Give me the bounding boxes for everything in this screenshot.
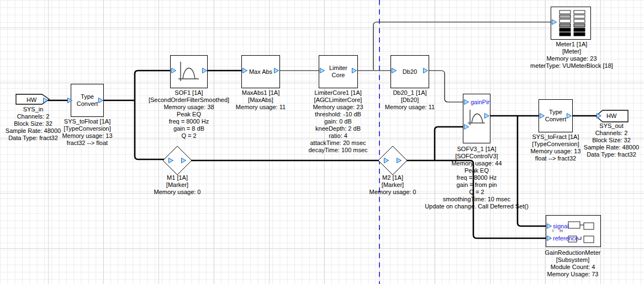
sofv3-1-output-pin[interactable] [484, 113, 489, 119]
sys-out-caption: SYS_outChannels: 2Block Size: 32Sample R… [584, 122, 639, 158]
m1-input-pin[interactable] [168, 158, 173, 163]
sys-out-hw-label: HW [606, 113, 616, 119]
caption-line: [Meter] [530, 48, 613, 55]
caption-line: [SecondOrderFilterSmoothed] [149, 97, 229, 104]
caption-line: attackTime: 20 msec [308, 140, 367, 147]
caption-line: gain = from pin [425, 181, 529, 189]
caption-line: Q = 2 [425, 189, 529, 196]
caption-line: Memory usage: 11 [236, 104, 286, 111]
caption-line: [TypeConversion] [530, 141, 580, 148]
caption-line: Block Size: 32 [6, 120, 61, 127]
sys-tofloat-input-pin[interactable] [67, 98, 72, 103]
caption-line: SYS_toFloat [1A] [62, 118, 112, 125]
caption-line: freq = 8000 Hz [425, 174, 529, 181]
caption-line: LimiterCore1 [1A] [308, 89, 367, 97]
db20-1-output-pin[interactable] [423, 68, 428, 73]
peak-filter-curve-icon [467, 108, 487, 128]
limitercore1-input-pin[interactable] [320, 68, 325, 73]
caption-line: [AGCLimiterCore] [308, 97, 367, 104]
db20-1-input-pin[interactable] [392, 68, 397, 73]
maxabs1-caption: MaxAbs1 [1A][MaxAbs]Memory usage: 11 [236, 89, 286, 111]
limitercore1-caption: LimiterCore1 [1A][AGCLimiterCore]Memory … [308, 89, 367, 154]
sys-in-hw-label: HW [27, 97, 36, 103]
maxabs1-input-pin[interactable] [242, 68, 247, 73]
m2-input-pin[interactable] [384, 158, 389, 163]
caption-line: Peak EQ [149, 111, 229, 118]
subsystem-blocks-icon [546, 216, 601, 248]
caption-line: Channels: 2 [584, 130, 639, 137]
sys-in-caption: SYS_inChannels: 2Block Size: 32Sample Ra… [6, 106, 61, 142]
maxabs1-block-label: Max Abs [249, 68, 272, 76]
caption-line: M2 [1A] [369, 174, 416, 181]
reference-pin-label: reference [553, 235, 578, 242]
gain-reduction-meter-caption: GainReductionMeter[Subsystem]Module Coun… [545, 249, 601, 278]
grm-signal-input-pin[interactable] [547, 223, 552, 229]
db20-1-caption: Db20_1 [1A][Db20]Memory usage: 11 [385, 89, 435, 111]
caption-line: SYS_in [6, 106, 61, 113]
caption-line: Module Count: 4 [545, 264, 601, 271]
sys-tofract-output-pin[interactable] [567, 113, 572, 119]
caption-line: [Marker] [154, 181, 201, 189]
limitercore1-block-label: Limiter Core [325, 65, 352, 79]
sys-tofloat-output-pin[interactable] [98, 98, 103, 103]
caption-line: gain = 8 dB [149, 125, 229, 132]
caption-line: decayTime: 100 msec [308, 147, 367, 154]
sofv3-1-caption: SOFV3_1 [1A][SOFControlV3]Memory usage: … [425, 146, 529, 210]
caption-line: Memory usage: 13 [530, 148, 580, 155]
caption-line: Data Type: fract32 [584, 151, 639, 158]
caption-line: Sample Rate: 48000 [6, 127, 61, 135]
schematic-canvas[interactable]: HW SYS_inChannels: 2Block Size: 32Sample… [0, 0, 644, 284]
caption-line: kneeDepth: 2 dB [308, 125, 367, 132]
sof1-input-pin[interactable] [171, 68, 176, 73]
module-gain-reduction-meter[interactable] [546, 215, 601, 247]
caption-line: SOF1 [1A] [149, 89, 229, 97]
caption-line: [TypeConversion] [62, 125, 112, 132]
module-m2-marker[interactable] [378, 146, 408, 175]
sys-tofract-input-pin[interactable] [540, 113, 545, 119]
sysin-output-pin[interactable] [43, 98, 48, 103]
caption-line: Block Size: 32 [584, 137, 639, 144]
maxabs1-output-pin[interactable] [274, 68, 279, 73]
caption-line: Update on change. Call Deferred Set() [425, 203, 529, 210]
meter1-caption: Meter1 [1A][Meter]Memory usage: 23meterT… [530, 41, 613, 69]
m2-caption: M2 [1A][Marker]Memory usage: 0 [369, 174, 416, 196]
grm-reference-input-pin[interactable] [547, 235, 552, 241]
sof1-output-pin[interactable] [202, 68, 207, 73]
m1-caption: M1 [1A][Marker]Memory usage: 0 [154, 174, 201, 196]
caption-line: [MaxAbs] [236, 97, 286, 104]
caption-line: float --> fract32 [530, 155, 580, 162]
sofv3-1-gainpin-input-pin[interactable] [464, 99, 469, 105]
caption-line: ratio: 4 [308, 132, 367, 140]
module-m1-marker[interactable] [162, 146, 192, 175]
caption-line: Memory usage: 23 [530, 55, 613, 62]
subsystem-glyph-i: I [552, 229, 553, 233]
peak-filter-curve-icon [177, 59, 201, 84]
caption-line: SYS_toFract [1A] [530, 133, 580, 141]
caption-line: [Marker] [369, 181, 416, 189]
caption-line: Db20_1 [1A] [385, 89, 435, 97]
db20-1-block-label: Db20 [403, 68, 417, 76]
sof1-caption: SOF1 [1A][SecondOrderFilterSmoothed]Memo… [149, 89, 229, 140]
sys-tofloat-caption: SYS_toFloat [1A][TypeConversion]Memory u… [62, 118, 112, 147]
sofv3-1-audio-input-pin[interactable] [464, 124, 469, 130]
subsystem-glyph-h: H [559, 229, 563, 233]
caption-line: Channels: 2 [6, 113, 61, 120]
caption-line: [Subsystem] [545, 256, 601, 264]
caption-line: Memory usage: 44 [425, 160, 529, 167]
m1-output-pin[interactable] [181, 158, 186, 163]
caption-line: freq = 8000 Hz [149, 118, 229, 125]
gainpin-pin-label: gainPin [471, 99, 491, 105]
caption-line: gain: 0 dB [308, 118, 367, 125]
sys-tofract-caption: SYS_toFract [1A][TypeConversion]Memory u… [530, 133, 580, 162]
caption-line: Memory usage: 23 [308, 104, 367, 111]
caption-line: SOFV3_1 [1A] [425, 146, 529, 153]
caption-line: Meter1 [1A] [530, 41, 613, 48]
m2-output-pin[interactable] [397, 158, 402, 163]
caption-line: MaxAbs1 [1A] [236, 89, 286, 97]
caption-line: smoothingTime: 10 msec [425, 196, 529, 203]
caption-line: Data Type: fract32 [6, 135, 61, 142]
sysout-input-pin[interactable] [597, 113, 601, 119]
limitercore1-output-pin[interactable] [352, 68, 357, 73]
meter1-input-pin[interactable] [552, 19, 557, 25]
caption-line: threshold: -10 dB [308, 111, 367, 118]
